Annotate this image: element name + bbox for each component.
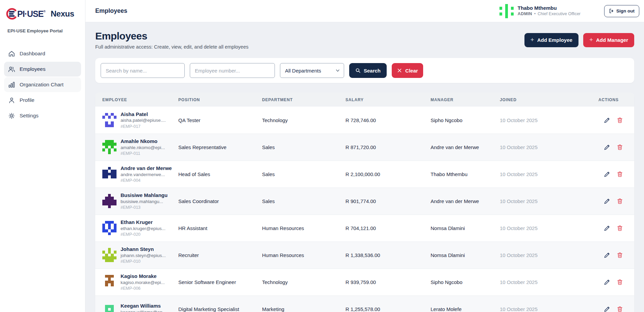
page-subtitle: Full administrative access: Create, view… (95, 44, 249, 50)
search-button[interactable]: Search (349, 63, 387, 78)
manager-cell: Andre van der Merwe (431, 198, 500, 204)
department-cell: Human Resources (262, 252, 345, 258)
sign-out-label: Sign out (616, 8, 635, 13)
sign-out-button[interactable]: Sign out (604, 5, 639, 17)
employee-name: Amahle Nkomo (121, 138, 165, 145)
position-cell: Digital Marketing Specialist (178, 306, 262, 312)
pencil-icon (604, 279, 610, 285)
department-cell: Sales (262, 198, 345, 204)
add-employee-label: Add Employee (537, 37, 572, 43)
actions-cell (598, 224, 634, 232)
delete-button[interactable] (616, 251, 624, 259)
employee-email: ethan.kruger@epius... (121, 226, 165, 232)
trash-icon (617, 306, 623, 312)
edit-button[interactable] (603, 170, 611, 178)
employee-name: Keegan Williams (121, 303, 166, 309)
employee-email: keegan.williams@ep... (121, 309, 166, 312)
employee-email: aisha.patel@epiuse.... (121, 117, 166, 123)
position-cell: Sales Representative (178, 144, 262, 150)
table-header-row: EMPLOYEE POSITION DEPARTMENT SALARY MANA… (95, 93, 634, 107)
column-header-employee: EMPLOYEE (102, 97, 178, 102)
delete-button[interactable] (616, 116, 624, 124)
trash-icon (617, 117, 623, 123)
product-name: Nexus (51, 9, 74, 19)
delete-button[interactable] (616, 143, 624, 151)
sidebar-item-employees[interactable]: Employees (4, 62, 81, 77)
add-employee-button[interactable]: + Add Employee (524, 33, 578, 47)
column-header-actions: ACTIONS (598, 97, 634, 102)
table-row: Aisha Patel aisha.patel@epiuse.... #EMP-… (95, 107, 634, 134)
manager-cell: Thabo Mthembu (431, 171, 500, 177)
delete-button[interactable] (616, 197, 624, 205)
employee-number: #EMP-020 (121, 232, 165, 237)
edit-button[interactable] (603, 197, 611, 205)
delete-button[interactable] (616, 305, 624, 312)
trash-icon (617, 171, 623, 177)
sidebar-item-organization-chart[interactable]: Organization Chart (4, 77, 81, 92)
sidebar-item-dashboard[interactable]: Dashboard (4, 46, 81, 61)
search-name-input[interactable] (101, 63, 185, 78)
sidebar-item-label: Dashboard (20, 51, 45, 57)
clear-label: Clear (405, 68, 418, 74)
actions-cell (598, 197, 634, 205)
employee-cell: Keegan Williams keegan.williams@ep... (102, 302, 178, 312)
employee-avatar (102, 140, 117, 154)
add-manager-button[interactable]: + Add Manager (583, 33, 634, 47)
sidebar-item-settings[interactable]: Settings (4, 108, 81, 123)
sidebar-subtitle: EPI-USE Employee Portal (0, 21, 85, 33)
actions-cell (598, 305, 634, 312)
delete-button[interactable] (616, 224, 624, 232)
employee-number-input[interactable] (190, 63, 275, 78)
table-row: Ethan Kruger ethan.kruger@epius... #EMP-… (95, 215, 634, 242)
employee-number: #EMP-004 (121, 178, 172, 183)
delete-button[interactable] (616, 278, 624, 286)
edit-button[interactable] (603, 251, 611, 259)
table-row: Amahle Nkomo amahle.nkomo@epi... #EMP-01… (95, 134, 634, 161)
edit-button[interactable] (603, 116, 611, 124)
trash-icon (617, 225, 623, 231)
brand-text: PI·USE® (17, 9, 45, 19)
table-row: Johann Steyn johann.steyn@epius... #EMP-… (95, 242, 634, 268)
employee-cell: Kagiso Morake kagiso.morake@epi... #EMP-… (102, 273, 178, 291)
clear-button[interactable]: Clear (392, 63, 423, 78)
search-icon (355, 68, 361, 73)
employee-number: #EMP-013 (121, 205, 168, 210)
edit-button[interactable] (603, 143, 611, 151)
department-cell: Sales (262, 144, 345, 150)
add-manager-label: Add Manager (596, 37, 628, 43)
employee-avatar (102, 275, 117, 289)
header-actions: + Add Employee + Add Manager (524, 33, 634, 47)
delete-button[interactable] (616, 170, 624, 178)
separator-dot: • (534, 11, 536, 17)
sidebar-item-profile[interactable]: Profile (4, 93, 81, 108)
topbar-user-area: Thabo Mthembu ADMIN • Chief Executive Of… (499, 4, 639, 18)
user-avatar (499, 4, 514, 18)
employee-avatar (102, 248, 117, 262)
sidebar-item-label: Employees (20, 66, 46, 72)
employee-cell: Johann Steyn johann.steyn@epius... #EMP-… (102, 246, 178, 264)
pencil-icon (604, 171, 610, 177)
position-cell: QA Tester (178, 117, 262, 123)
employees-icon (8, 66, 15, 73)
sidebar-item-label: Organization Chart (20, 82, 63, 88)
main-area: Employees Thabo Mthembu ADMIN • Chief Ex… (85, 0, 644, 312)
topbar-title: Employees (95, 7, 127, 15)
search-label: Search (364, 68, 381, 74)
user-subtitle: ADMIN • Chief Executive Officer (518, 11, 581, 17)
edit-button[interactable] (603, 224, 611, 232)
column-header-department: DEPARTMENT (262, 97, 345, 102)
employee-cell: Busisiwe Mahlangu busisiwe.mahlangu... #… (102, 192, 178, 210)
table-body: Aisha Patel aisha.patel@epiuse.... #EMP-… (95, 107, 634, 312)
edit-button[interactable] (603, 278, 611, 286)
employee-email: kagiso.morake@epi... (121, 280, 165, 286)
actions-cell (598, 170, 634, 178)
edit-button[interactable] (603, 305, 611, 312)
org-chart-icon (8, 81, 15, 88)
joined-cell: 10 October 2025 (500, 144, 598, 150)
user-name: Thabo Mthembu (518, 5, 581, 11)
department-select[interactable]: All Departments (280, 63, 344, 78)
sidebar: PI·USE® Nexus EPI-USE Employee Portal Da… (0, 0, 85, 312)
pencil-icon (604, 306, 610, 312)
trash-icon (617, 144, 623, 150)
sidebar-item-label: Settings (20, 113, 38, 119)
